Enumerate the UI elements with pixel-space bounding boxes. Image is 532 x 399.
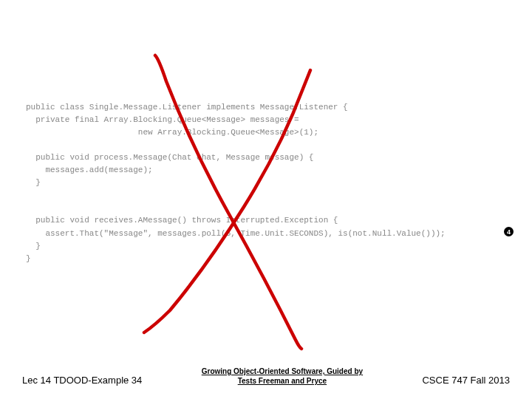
code-line: new Array.Blocking.Queue<Message>(1);: [26, 128, 318, 137]
code-line: }: [26, 178, 41, 187]
code-line: assert.That("Message", messages.poll(5, …: [26, 229, 446, 238]
code-line: private final Array.Blocking.Queue<Messa…: [26, 115, 299, 124]
code-block: public class Single.Message.Listener imp…: [26, 89, 517, 265]
annotation-marker: 4: [504, 227, 514, 236]
code-line: public void process.Message(Chat chat, M…: [26, 153, 313, 162]
footer-lecture-label: Lec 14 TDOOD-Example 34: [22, 375, 142, 386]
code-line: public void receives.AMessage() throws I…: [26, 216, 338, 225]
code-line: }: [26, 242, 41, 250]
annotation-number: 4: [507, 228, 511, 236]
footer-book-line1: Growing Object-Oriented Software, Guided…: [202, 366, 363, 376]
code-line: }: [26, 254, 31, 263]
footer-book-title: Growing Object-Oriented Software, Guided…: [202, 366, 363, 386]
footer-course-label: CSCE 747 Fall 2013: [422, 375, 510, 386]
slide-footer: Lec 14 TDOOD-Example 34 Growing Object-O…: [0, 366, 532, 386]
footer-book-line2: Tests Freeman and Pryce: [202, 376, 363, 386]
code-line: messages.add(message);: [26, 166, 153, 174]
code-line: public class Single.Message.Listener imp…: [26, 103, 348, 112]
